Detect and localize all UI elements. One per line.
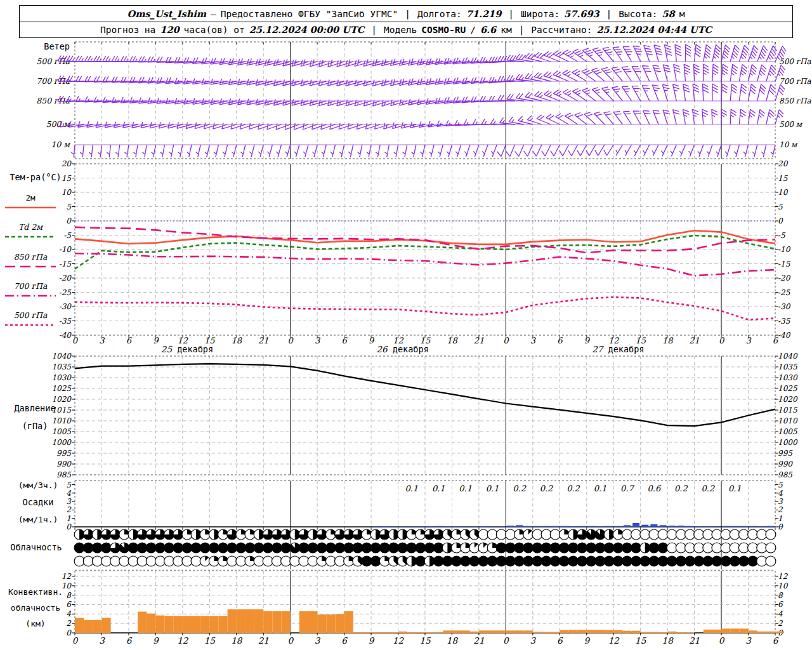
precip-tick-right: 4 — [778, 489, 783, 498]
hour-label: 6 — [341, 336, 348, 345]
pressure-tick-right: 1015 — [778, 406, 798, 415]
convective-bar — [192, 616, 200, 633]
precip-bar — [372, 526, 379, 527]
convective-bar — [676, 632, 685, 633]
header-row-station: Oms_Ust_Ishim – Предоставлено ФГБУ "ЗапС… — [19, 5, 793, 22]
precip-3h-value: 0.2 — [540, 484, 553, 493]
temperature-panel-label: Тем-ра(°C) — [10, 172, 61, 182]
pressure-line — [75, 364, 775, 426]
precip-bar — [525, 526, 532, 527]
convective-bar — [605, 630, 613, 633]
precip-bar — [597, 526, 604, 527]
run-datetime: 25.12.2024 00:00 UTC — [249, 24, 365, 35]
convective-bar — [632, 631, 641, 633]
temp-tick-right: 5 — [778, 202, 783, 211]
hour-label-bottom: 9 — [153, 635, 159, 646]
wind-row: 500 гПа500 гПа — [36, 44, 811, 67]
slash: / — [470, 25, 476, 35]
convective-bar — [416, 632, 425, 633]
calc-label: Рассчитано: — [531, 25, 592, 35]
convective-bar — [461, 630, 470, 633]
convective-bar — [407, 632, 416, 633]
temp-legend-label: 500 гПа — [14, 310, 48, 320]
precip-bar — [641, 525, 648, 527]
precip-bar — [462, 526, 469, 527]
precip-tick-right: 1 — [778, 514, 783, 523]
convective-bar — [308, 611, 317, 633]
convective-bar — [775, 632, 784, 633]
precip-bar — [695, 526, 702, 527]
convective-bar — [237, 609, 246, 633]
precip-3h-value: 0.1 — [459, 484, 472, 493]
hour-label: 0 — [719, 336, 725, 345]
conv-tick-right: 10 — [778, 581, 789, 590]
convective-bar — [102, 618, 110, 633]
convective-bar — [344, 611, 353, 633]
conv-tick-right: 12 — [778, 572, 789, 581]
calc-datetime: 25.12.2024 04:44 UTC — [596, 24, 712, 35]
altitude-label: Высота: — [619, 9, 657, 19]
precip-bar — [444, 526, 451, 527]
pressure-tick-left: 1005 — [51, 427, 72, 436]
precip-bar — [543, 526, 550, 527]
hour-label: 9 — [369, 336, 375, 345]
temp-tick-left: 15 — [62, 174, 72, 183]
pressure-tick-right: 985 — [778, 470, 793, 479]
precip-bar — [767, 526, 774, 527]
precip-bar — [615, 526, 622, 527]
hour-label-bottom: 6 — [557, 635, 563, 646]
convective-bar — [434, 632, 443, 633]
hour-label-bottom: 21 — [258, 635, 269, 646]
convective-bar — [479, 630, 488, 633]
precip-bar — [660, 525, 667, 527]
precip-bar — [632, 523, 639, 527]
temp-tick-left: -35 — [59, 317, 72, 326]
temp-tick-left: -5 — [63, 231, 72, 240]
precip-bar — [552, 526, 559, 527]
temp-tick-right: -40 — [778, 331, 791, 340]
hour-label-bottom: 0 — [287, 635, 294, 646]
precip-tick-left: 2 — [66, 505, 72, 514]
convective-bar — [147, 614, 155, 633]
convective-bar — [93, 620, 102, 633]
date-label: 27 декабря — [592, 344, 644, 354]
hour-label-bottom: 3 — [99, 635, 105, 646]
pressure-tick-right: 1005 — [778, 427, 798, 436]
convective-bar — [533, 632, 542, 633]
pressure-tick-left: 1040 — [51, 352, 72, 361]
precip-bar — [678, 526, 684, 527]
wind-panel: Ветер500 гПа500 гПа700 гПа700 гПа850 гПа… — [36, 41, 811, 159]
convective-bar — [335, 614, 344, 633]
precip-bar — [408, 526, 415, 527]
precip-bar — [471, 526, 478, 527]
temp-legend-label: 700 гПа — [14, 281, 48, 291]
precip-3h-value: 0.1 — [728, 484, 742, 493]
pressure-tick-left: 1035 — [51, 362, 72, 371]
precip-bar — [480, 526, 487, 527]
convective-bar — [551, 632, 560, 633]
cloud-row-high — [74, 529, 776, 540]
precip-bar — [561, 526, 568, 527]
temp-tick-right: -10 — [778, 245, 791, 254]
convective-bar — [515, 630, 524, 633]
precip-bar — [704, 526, 711, 527]
hour-label-bottom: 12 — [177, 635, 189, 646]
wind-row-label-right: 500 м — [779, 120, 803, 129]
longitude-label: Долгота: — [417, 9, 462, 19]
convective-bar — [228, 609, 237, 633]
latitude-label: Широта: — [521, 9, 560, 19]
convective-bar — [174, 616, 183, 633]
convective-bar — [452, 630, 461, 633]
convective-bar — [766, 632, 775, 633]
hour-label: 0 — [72, 336, 79, 345]
pressure-tick-right: 1000 — [778, 438, 798, 447]
cloud-cover-symbol — [766, 556, 776, 566]
model-name: COSMO-RU — [421, 25, 466, 35]
temp-tick-right: 15 — [778, 174, 789, 183]
temp-legend-label: Td 2м — [18, 222, 43, 232]
convective-label-1: Конвективн. — [8, 587, 63, 597]
convective-bar — [389, 632, 398, 633]
precip-bar — [758, 526, 765, 527]
precip-tick-left: 3 — [66, 497, 72, 506]
wind-row: 10 м10 м — [51, 140, 798, 157]
